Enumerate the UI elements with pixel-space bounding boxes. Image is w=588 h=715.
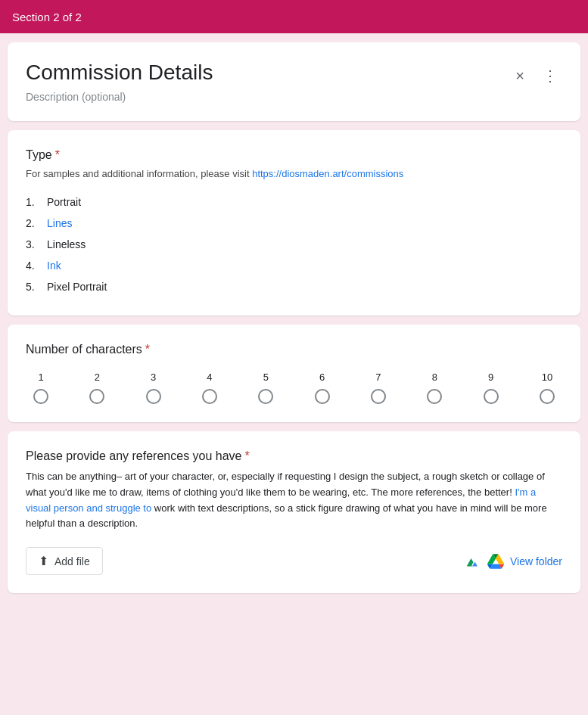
radio-2[interactable] [89, 389, 104, 404]
close-button[interactable]: × [508, 64, 532, 88]
list-item: 5. Pixel Portrait [26, 276, 562, 297]
upload-icon: ⬆ [39, 554, 48, 568]
radio-8[interactable] [427, 389, 442, 404]
num-col-2: 2 [89, 371, 104, 404]
references-description: This can be anything– art of your charac… [26, 469, 562, 532]
radio-5[interactable] [258, 389, 273, 404]
num-col-3: 3 [146, 371, 161, 404]
radio-7[interactable] [371, 389, 386, 404]
section-banner: Section 2 of 2 [0, 0, 588, 33]
radio-9[interactable] [484, 389, 499, 404]
banner-text: Section 2 of 2 [12, 11, 82, 23]
references-label: Please provide any references you have* [26, 449, 562, 463]
ink-link[interactable]: Ink [47, 260, 61, 272]
type-list: 1. Portrait 2. Lines 3. Lineless 4. Ink … [26, 191, 562, 297]
num-col-6: 6 [315, 371, 330, 404]
radio-3[interactable] [146, 389, 161, 404]
num-label-8: 8 [432, 371, 437, 383]
more-options-button[interactable]: ⋮ [538, 64, 562, 88]
radio-1[interactable] [33, 389, 48, 404]
num-col-5: 5 [258, 371, 273, 404]
num-col-1: 1 [33, 371, 48, 404]
num-chars-row: 12345678910 [26, 371, 562, 404]
type-label: Type* [26, 148, 562, 162]
list-item: 2. Lines [26, 213, 562, 234]
radio-4[interactable] [202, 389, 217, 404]
view-folder-button[interactable]: View folder [466, 554, 562, 569]
radio-6[interactable] [315, 389, 330, 404]
num-label-3: 3 [151, 371, 156, 383]
description-optional: Description (optional) [26, 91, 562, 103]
num-col-9: 9 [484, 371, 499, 404]
num-label-9: 9 [488, 371, 493, 383]
num-label-2: 2 [95, 371, 100, 383]
references-actions: ⬆ Add file [26, 547, 562, 575]
drive-icon [466, 555, 481, 568]
lines-link[interactable]: Lines [47, 217, 72, 229]
num-col-10: 10 [540, 371, 555, 404]
list-item: 3. Lineless [26, 234, 562, 255]
num-col-4: 4 [202, 371, 217, 404]
num-label-5: 5 [263, 371, 269, 383]
num-label-10: 10 [542, 371, 552, 383]
page-title: Commission Details [26, 61, 213, 85]
num-col-7: 7 [371, 371, 386, 404]
header-actions: × ⋮ [508, 64, 562, 88]
list-item: 1. Portrait [26, 191, 562, 213]
header-card: Commission Details × ⋮ Description (opti… [8, 42, 580, 121]
type-section-card: Type* For samples and additional informa… [8, 130, 580, 316]
num-chars-card: Number of characters* 12345678910 [8, 325, 580, 422]
num-chars-label: Number of characters* [26, 343, 562, 356]
type-info: For samples and additional information, … [26, 168, 562, 179]
num-label-6: 6 [319, 371, 325, 383]
num-label-7: 7 [375, 371, 381, 383]
num-col-8: 8 [427, 371, 442, 404]
drive-icon-svg [487, 554, 504, 569]
type-info-link[interactable]: https://diosmaden.art/commissions [252, 168, 403, 179]
num-label-1: 1 [38, 371, 43, 383]
type-required-star: * [55, 148, 60, 161]
references-required-star: * [245, 449, 250, 462]
references-card: Please provide any references you have* … [8, 431, 580, 593]
radio-10[interactable] [540, 389, 555, 404]
list-item: 4. Ink [26, 255, 562, 276]
add-file-button[interactable]: ⬆ Add file [26, 547, 103, 575]
num-chars-required-star: * [145, 343, 150, 356]
num-label-4: 4 [207, 371, 212, 383]
